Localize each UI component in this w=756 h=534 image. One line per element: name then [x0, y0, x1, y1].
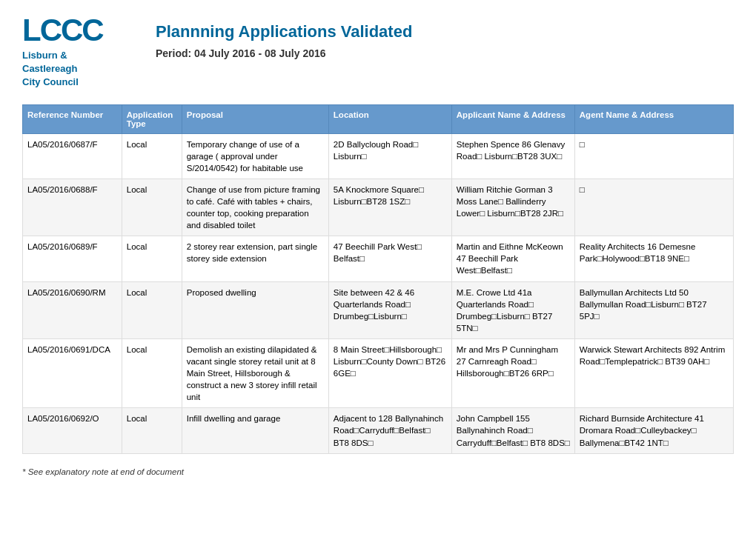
cell-proposal: Proposed dwelling	[182, 281, 328, 338]
cell-location: 2D Ballyclough Road□ Lisburn□	[328, 133, 451, 178]
page-header: LCCC Lisburn & Castlereagh City Council …	[22, 15, 734, 90]
cell-applicant: Mr and Mrs P Cunningham 27 Carnreagh Roa…	[451, 338, 574, 407]
applications-table: Reference Number Application Type Propos…	[22, 104, 734, 454]
cell-location: 5A Knockmore Square□ Lisburn□BT28 1SZ□	[328, 178, 451, 236]
cell-app-type: Local	[122, 338, 182, 407]
cell-ref: LA05/2016/0692/O	[23, 408, 122, 453]
table-row: LA05/2016/0691/DCALocalDemolish an exist…	[23, 338, 734, 407]
period-label: Period: 04 July 2016 - 08 July 2016	[156, 47, 412, 59]
cell-agent: Ballymullan Architects Ltd 50 Ballymulla…	[574, 281, 733, 338]
cell-proposal: Change of use from picture framing to ca…	[182, 178, 328, 236]
table-row: LA05/2016/0692/OLocalInfill dwelling and…	[23, 408, 734, 453]
logo-letters: LCCC	[22, 15, 126, 46]
cell-agent: □	[574, 178, 733, 236]
cell-app-type: Local	[122, 408, 182, 453]
table-row: LA05/2016/0690/RMLocalProposed dwellingS…	[23, 281, 734, 338]
table-header-row: Reference Number Application Type Propos…	[23, 104, 734, 133]
cell-location: Site between 42 & 46 Quarterlands Road□ …	[328, 281, 451, 338]
cell-agent: □	[574, 133, 733, 178]
cell-proposal: Infill dwelling and garage	[182, 408, 328, 453]
cell-location: 8 Main Street□Hillsborough□ Lisburn□Coun…	[328, 338, 451, 407]
cell-applicant: William Ritchie Gorman 3 Moss Lane□ Ball…	[451, 178, 574, 236]
cell-ref: LA05/2016/0689/F	[23, 236, 122, 281]
cell-applicant: M.E. Crowe Ltd 41a Quarterlands Road□ Dr…	[451, 281, 574, 338]
cell-ref: LA05/2016/0688/F	[23, 178, 122, 236]
col-header-app: Application Type	[122, 104, 182, 133]
logo-line1: Lisburn &	[22, 50, 67, 61]
cell-agent: Richard Burnside Architecture 41 Dromara…	[574, 408, 733, 453]
cell-location: 47 Beechill Park West□ Belfast□	[328, 236, 451, 281]
cell-location: Adjacent to 128 Ballynahinch Road□Carryd…	[328, 408, 451, 453]
cell-app-type: Local	[122, 236, 182, 281]
cell-app-type: Local	[122, 133, 182, 178]
cell-ref: LA05/2016/0690/RM	[23, 281, 122, 338]
col-header-agent: Agent Name & Address	[574, 104, 733, 133]
table-row: LA05/2016/0688/FLocalChange of use from …	[23, 178, 734, 236]
cell-applicant: Stephen Spence 86 Glenavy Road□ Lisburn□…	[451, 133, 574, 178]
cell-ref: LA05/2016/0687/F	[23, 133, 122, 178]
col-header-prop: Proposal	[182, 104, 328, 133]
table-row: LA05/2016/0687/FLocalTemporary change of…	[23, 133, 734, 178]
cell-agent: Reality Architects 16 Demesne Park□Holyw…	[574, 236, 733, 281]
col-header-appl: Applicant Name & Address	[451, 104, 574, 133]
cell-applicant: John Campbell 155 Ballynahinch Road□ Car…	[451, 408, 574, 453]
cell-proposal: 2 storey rear extension, part single sto…	[182, 236, 328, 281]
col-header-loc: Location	[328, 104, 451, 133]
logo-line3: City Council	[22, 76, 79, 87]
footnote: * See explanatory note at end of documen…	[22, 467, 734, 476]
logo-line2: Castlereagh	[22, 63, 77, 74]
logo-area: LCCC Lisburn & Castlereagh City Council	[22, 15, 126, 90]
col-header-ref: Reference Number	[23, 104, 122, 133]
table-row: LA05/2016/0689/FLocal2 storey rear exten…	[23, 236, 734, 281]
cell-proposal: Temporary change of use of a garage ( ap…	[182, 133, 328, 178]
title-area: Plannning Applications Validated Period:…	[156, 15, 412, 59]
logo-text: Lisburn & Castlereagh City Council	[22, 49, 126, 90]
page-title: Plannning Applications Validated	[156, 22, 412, 41]
cell-app-type: Local	[122, 281, 182, 338]
cell-applicant: Martin and Eithne McKeown 47 Beechill Pa…	[451, 236, 574, 281]
cell-ref: LA05/2016/0691/DCA	[23, 338, 122, 407]
cell-proposal: Demolish an existing dilapidated & vacan…	[182, 338, 328, 407]
cell-agent: Warwick Stewart Architects 892 Antrim Ro…	[574, 338, 733, 407]
cell-app-type: Local	[122, 178, 182, 236]
